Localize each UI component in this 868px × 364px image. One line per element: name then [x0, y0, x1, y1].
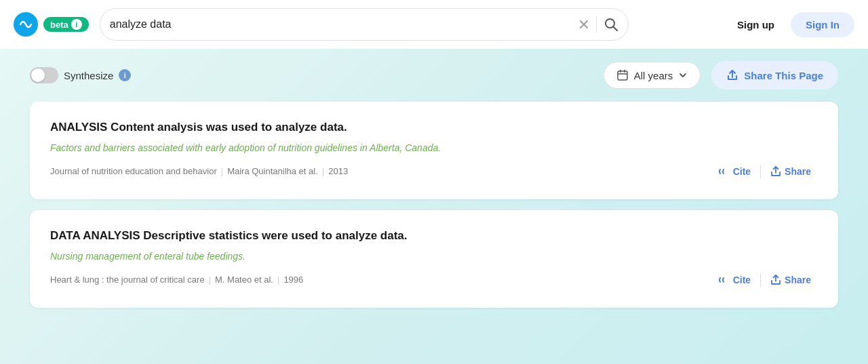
share-result-icon	[770, 166, 781, 177]
close-icon	[578, 19, 589, 30]
result-subtitle: Factors and barriers associated with ear…	[50, 142, 818, 153]
result-title: ANALYSIS Content analysis was used to an…	[50, 119, 818, 136]
consensus-logo-icon	[14, 12, 38, 37]
result-actions: Cite Share	[711, 161, 818, 182]
calendar-icon	[616, 69, 629, 81]
cite-button[interactable]: Cite	[711, 270, 757, 290]
search-icon	[604, 17, 618, 32]
beta-badge: beta i	[43, 17, 89, 32]
synthesize-toggle[interactable]	[30, 67, 58, 83]
share-page-label: Share This Page	[744, 70, 823, 81]
toggle-knob	[31, 68, 45, 82]
logo-area: beta i	[14, 12, 89, 37]
result-authors: M. Mateo et al.	[215, 275, 273, 285]
result-meta: Journal of nutrition education and behav…	[50, 166, 348, 176]
result-actions: Cite Share	[711, 270, 818, 290]
meta-sep-1: |	[209, 275, 211, 285]
synthesize-area: Synthesize i	[30, 67, 131, 83]
action-divider	[760, 273, 761, 287]
result-year: 2013	[328, 166, 348, 176]
results-list: ANALYSIS Content analysis was used to an…	[0, 102, 868, 308]
result-journal: Heart & lung : the journal of critical c…	[50, 275, 205, 285]
share-result-button[interactable]: Share	[764, 162, 818, 181]
search-input[interactable]	[110, 18, 578, 31]
cite-button[interactable]: Cite	[711, 161, 757, 182]
chevron-down-icon	[678, 70, 688, 80]
beta-info-icon: i	[71, 19, 82, 30]
share-result-icon	[770, 275, 781, 285]
signup-button[interactable]: Sign up	[726, 14, 785, 36]
share-result-button[interactable]: Share	[764, 270, 818, 289]
svg-rect-5	[618, 71, 627, 80]
svg-line-4	[613, 27, 617, 31]
result-subtitle: Nursing management of enteral tube feedi…	[50, 251, 818, 262]
beta-label: beta	[50, 20, 68, 30]
result-bottom: Journal of nutrition education and behav…	[50, 161, 818, 182]
nav-buttons: Sign up Sign In	[726, 12, 854, 37]
synthesize-info-icon[interactable]: i	[119, 69, 131, 81]
search-container	[100, 8, 629, 41]
cite-icon	[717, 165, 730, 178]
share-page-button[interactable]: Share This Page	[711, 61, 838, 89]
result-journal: Journal of nutrition education and behav…	[50, 166, 217, 176]
cite-icon	[717, 274, 730, 286]
signin-button[interactable]: Sign In	[791, 12, 854, 37]
all-years-button[interactable]: All years	[604, 62, 701, 89]
result-bottom: Heart & lung : the journal of critical c…	[50, 270, 818, 290]
clear-search-button[interactable]	[578, 19, 589, 30]
all-years-label: All years	[634, 70, 673, 81]
action-divider	[760, 165, 761, 178]
result-year: 1996	[283, 275, 303, 285]
share-icon	[726, 69, 738, 81]
toolbar: Synthesize i All years Share This Page	[0, 49, 868, 102]
meta-sep-2: |	[277, 275, 279, 285]
header: beta i Sign up Sign In	[0, 0, 868, 49]
result-authors: Maira Quintanilha et al.	[227, 166, 318, 176]
meta-sep-1: |	[221, 166, 223, 176]
search-button[interactable]	[604, 17, 618, 32]
search-divider	[596, 16, 597, 33]
meta-sep-2: |	[322, 166, 324, 176]
result-meta: Heart & lung : the journal of critical c…	[50, 275, 303, 285]
result-title: DATA ANALYSIS Descriptive statistics wer…	[50, 228, 818, 244]
result-card: ANALYSIS Content analysis was used to an…	[30, 102, 838, 199]
synthesize-label: Synthesize	[64, 70, 113, 81]
result-card: DATA ANALYSIS Descriptive statistics wer…	[30, 210, 838, 308]
